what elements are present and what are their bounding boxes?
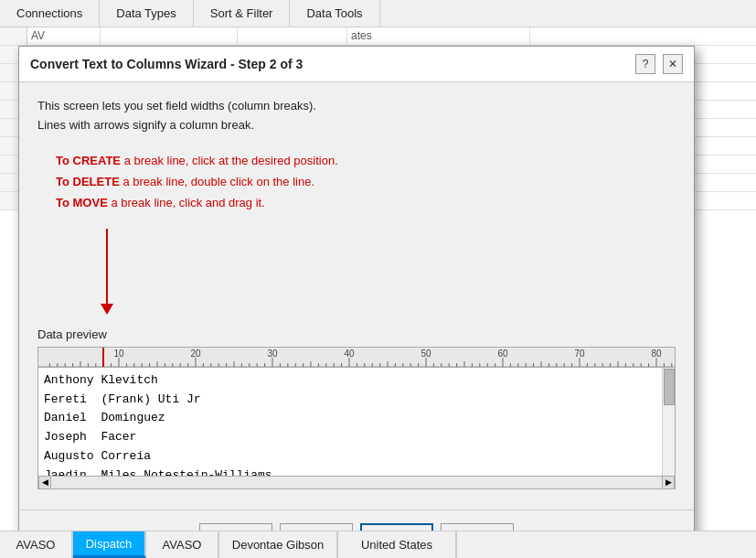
detail-create: To CREATE a break line, click at the des… <box>56 150 676 171</box>
scrollbar-track[interactable] <box>662 368 675 476</box>
scroll-left-button[interactable]: ◀ <box>38 476 51 488</box>
wizard-dialog: Convert Text to Columns Wizard - Step 2 … <box>18 46 695 558</box>
toolbar-data-types[interactable]: Data Types <box>100 0 194 27</box>
preview-content: Anthony Klevitch Fereti (Frank) Uti Jr D… <box>38 368 675 477</box>
detail-move: To MOVE a break line, click and drag it. <box>56 192 676 213</box>
svg-text:50: 50 <box>421 349 431 359</box>
close-button[interactable]: ✕ <box>663 54 683 74</box>
statusbar-dispatch[interactable]: Dispatch <box>73 531 146 558</box>
dialog-titlebar: Convert Text to Columns Wizard - Step 2 … <box>19 47 694 82</box>
instructions: This screen lets you set field widths (c… <box>37 97 676 135</box>
svg-text:20: 20 <box>190 349 201 359</box>
svg-text:60: 60 <box>497 349 508 359</box>
scrollbar-thumb[interactable] <box>664 369 675 405</box>
toolbar-sort-filter[interactable]: Sort & Filter <box>194 0 291 27</box>
toolbar-connections[interactable]: Connections <box>0 0 100 27</box>
scroll-track[interactable] <box>51 477 662 488</box>
ruler-svg: // Draw ruler ticks via JS after load 10… <box>38 348 675 367</box>
column-break-arrow-area <box>37 229 676 320</box>
scroll-right-button[interactable]: ▶ <box>662 476 675 488</box>
data-preview-label: Data preview <box>37 327 676 341</box>
statusbar-avaso-2: AVASO <box>146 531 219 558</box>
statusbar-avaso-1: AVASO <box>0 531 73 558</box>
preview-wrapper: Anthony Klevitch Fereti (Frank) Uti Jr D… <box>37 367 676 477</box>
h-scrollbar[interactable]: ◀ ▶ <box>37 477 676 489</box>
svg-text:70: 70 <box>574 349 585 359</box>
detail-delete: To DELETE a break line, double click on … <box>56 171 676 192</box>
toolbar-data-tools[interactable]: Data Tools <box>290 0 379 27</box>
statusbar-devontae: Devontae Gibson <box>219 531 338 558</box>
dialog-controls: ? ✕ <box>635 54 683 74</box>
ruler[interactable]: // Draw ruler ticks via JS after load 10… <box>37 347 676 367</box>
dialog-body: This screen lets you set field widths (c… <box>19 82 694 504</box>
svg-text:30: 30 <box>267 349 278 359</box>
help-button[interactable]: ? <box>635 54 655 74</box>
statusbar-united-states: United States <box>338 531 457 558</box>
statusbar: AVASO Dispatch AVASO Devontae Gibson Uni… <box>0 531 756 558</box>
arrow-line <box>106 229 108 311</box>
instructions-detail: To CREATE a break line, click at the des… <box>56 150 676 214</box>
arrow-head <box>101 304 113 315</box>
toolbar: Connections Data Types Sort & Filter Dat… <box>0 0 756 27</box>
dialog-title: Convert Text to Columns Wizard - Step 2 … <box>30 57 303 71</box>
preview-area[interactable]: Anthony Klevitch Fereti (Frank) Uti Jr D… <box>37 367 676 477</box>
svg-text:80: 80 <box>651 349 662 359</box>
instruction-line2: Lines with arrows signify a column break… <box>37 116 676 135</box>
svg-text:40: 40 <box>344 349 355 359</box>
instruction-line1: This screen lets you set field widths (c… <box>37 97 676 116</box>
svg-text:10: 10 <box>113 349 124 359</box>
dialog-overlay: Convert Text to Columns Wizard - Step 2 … <box>0 27 756 531</box>
